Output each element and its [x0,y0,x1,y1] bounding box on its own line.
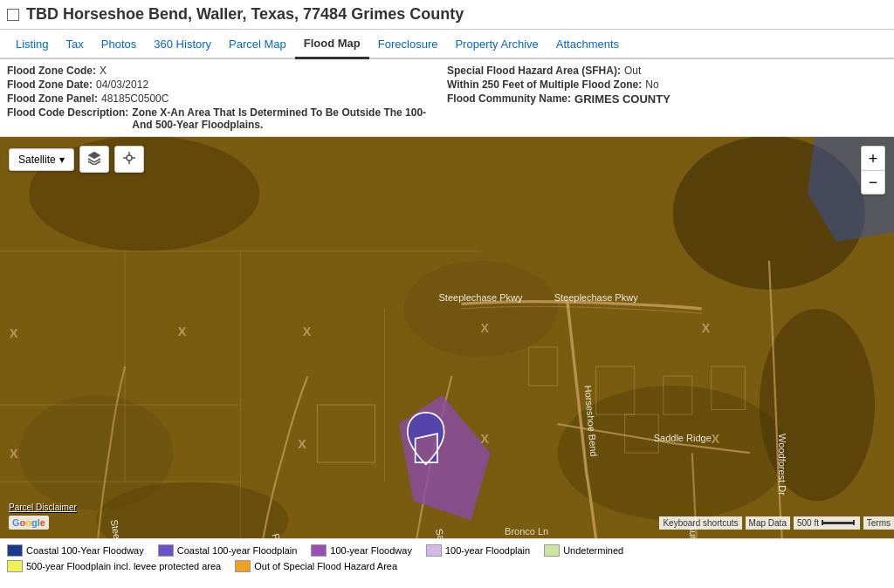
legend-box-out-of-sfha [235,560,251,572]
nav-property-archive[interactable]: Property Archive [446,31,547,58]
svg-text:X: X [298,437,306,451]
within-250-row: Within 250 Feet of Multiple Flood Zone: … [447,79,887,91]
legend-row-2: 500-year Floodplain incl. levee protecte… [7,560,887,572]
legend-label-undetermined: Undetermined [563,545,623,556]
nav-attachments[interactable]: Attachments [547,31,628,58]
legend-coastal-floodway: Coastal 100-Year Floodway [7,544,144,557]
sfha-label: Special Flood Hazard Area (SFHA): [447,65,621,77]
community-name-row: Flood Community Name: GRIMES COUNTY [447,92,887,106]
parcel-disclaimer[interactable]: Parcel Disclaimer [9,503,77,512]
nav-flood-map[interactable]: Flood Map [295,30,369,59]
map-controls-top-left: Satellite ▾ [9,146,144,173]
community-name-value: GRIMES COUNTY [574,92,670,106]
terms-btn[interactable]: Terms [863,516,894,530]
nav-360-history[interactable]: 360 History [145,31,220,58]
flood-zone-date-row: Flood Zone Date: 04/03/2012 [7,79,447,91]
flood-zone-date-value: 04/03/2012 [96,79,148,91]
nav-parcel-map[interactable]: Parcel Map [220,31,295,58]
svg-text:X: X [303,325,312,338]
satellite-dropdown-icon: ▾ [59,154,65,166]
legend-label-coastal-floodplain: Coastal 100-year Floodplain [177,545,298,556]
map-roads-svg: X X X X X X X X X A Steeplechase Pkwy St… [0,137,894,538]
legend-box-100yr-floodplain [426,544,442,557]
svg-text:Steeplechase Pkwy: Steeplechase Pkwy [439,292,523,303]
legend-out-of-sfha: Out of Special Flood Hazard Area [235,560,397,572]
legend: Coastal 100-Year Floodway Coastal 100-ye… [0,538,894,578]
legend-row-1: Coastal 100-Year Floodway Coastal 100-ye… [7,544,887,557]
legend-label-500yr-floodplain: 500-year Floodplain incl. levee protecte… [26,561,221,571]
page-title: TBD Horseshoe Bend, Waller, Texas, 77484… [26,5,464,24]
svg-text:X: X [10,447,18,461]
zoom-in-button[interactable]: + [861,146,885,170]
community-name-label: Flood Community Name: [447,92,571,106]
title-bar: TBD Horseshoe Bend, Waller, Texas, 77484… [0,0,894,30]
satellite-label: Satellite [18,154,56,166]
nav-photos[interactable]: Photos [93,31,145,58]
nav-listing[interactable]: Listing [7,31,58,58]
legend-coastal-floodplain: Coastal 100-year Floodplain [158,544,298,557]
svg-rect-51 [853,520,855,525]
layers-icon [87,151,101,165]
flood-zone-code-row: Flood Zone Code: X [7,65,447,77]
svg-text:Steeplechase Pkwy: Steeplechase Pkwy [554,292,638,303]
flood-zone-panel-value: 48185C0500C [101,92,168,105]
legend-box-500yr-floodplain [7,560,23,572]
svg-text:X: X [481,321,490,335]
flood-zone-panel-label: Flood Zone Panel: [7,92,98,105]
flood-zone-code-label: Flood Zone Code: [7,65,96,77]
svg-text:X: X [712,432,720,446]
flood-code-desc-label: Flood Code Description: [7,106,128,131]
map-scale: 500 ft [794,516,860,530]
svg-text:Bronco Ln: Bronco Ln [505,526,548,537]
map-attribution: Keyboard shortcuts Map Data 500 ft Terms [659,516,894,530]
flood-info: Flood Zone Code: X Flood Zone Date: 04/0… [0,59,894,137]
legend-label-100yr-floodway: 100-year Floodway [330,545,412,556]
sfha-value: Out [624,65,641,77]
svg-rect-49 [822,522,855,524]
legend-box-coastal-floodway [7,544,23,557]
scale-bar [822,519,856,526]
within-250-label: Within 250 Feet of Multiple Flood Zone: [447,79,642,91]
location-button[interactable] [114,146,144,173]
svg-text:X: X [702,321,711,335]
satellite-button[interactable]: Satellite ▾ [9,148,74,171]
flood-code-desc-value: Zone X-An Area That Is Determined To Be … [132,106,447,131]
svg-text:Woodforest Dr: Woodforest Dr [777,434,787,496]
layer-button[interactable] [79,146,109,173]
zoom-out-button[interactable]: − [861,170,885,195]
svg-text:X: X [178,325,187,338]
location-icon [122,151,136,165]
legend-label-out-of-sfha: Out of Special Flood Hazard Area [254,561,397,571]
svg-text:X: X [10,326,18,340]
legend-500yr-floodplain: 500-year Floodplain incl. levee protecte… [7,560,221,572]
svg-point-44 [127,155,132,161]
nav-tax[interactable]: Tax [58,31,93,58]
map-container[interactable]: X X X X X X X X X A Steeplechase Pkwy St… [0,137,894,538]
legend-box-undetermined [544,544,560,557]
svg-rect-50 [822,520,823,525]
legend-box-coastal-floodplain [158,544,174,557]
navigation: Listing Tax Photos 360 History Parcel Ma… [0,30,894,59]
legend-label-100yr-floodplain: 100-year Floodplain [445,545,530,556]
google-logo: Google [9,516,49,530]
flood-info-right: Special Flood Hazard Area (SFHA): Out Wi… [447,65,887,131]
flood-zone-panel-row: Flood Zone Panel: 48185C0500C [7,92,447,105]
scale-value: 500 ft [797,518,819,528]
map-data-btn[interactable]: Map Data [746,516,790,530]
flood-info-left: Flood Zone Code: X Flood Zone Date: 04/0… [7,65,447,131]
legend-box-100yr-floodway [311,544,327,557]
legend-undetermined: Undetermined [544,544,623,557]
keyboard-shortcuts-btn[interactable]: Keyboard shortcuts [659,516,741,530]
within-250-value: No [645,79,658,91]
svg-text:X: X [481,432,490,446]
title-checkbox[interactable] [7,9,19,21]
zoom-controls: + − [861,146,885,195]
sfha-row: Special Flood Hazard Area (SFHA): Out [447,65,887,77]
legend-100yr-floodplain: 100-year Floodplain [426,544,530,557]
legend-label-coastal-floodway: Coastal 100-Year Floodway [26,545,144,556]
flood-zone-date-label: Flood Zone Date: [7,79,93,91]
nav-foreclosure[interactable]: Foreclosure [369,31,447,58]
flood-code-desc-row: Flood Code Description: Zone X-An Area T… [7,106,447,131]
svg-text:Saddle Ridge: Saddle Ridge [654,433,712,443]
svg-point-3 [403,261,557,357]
